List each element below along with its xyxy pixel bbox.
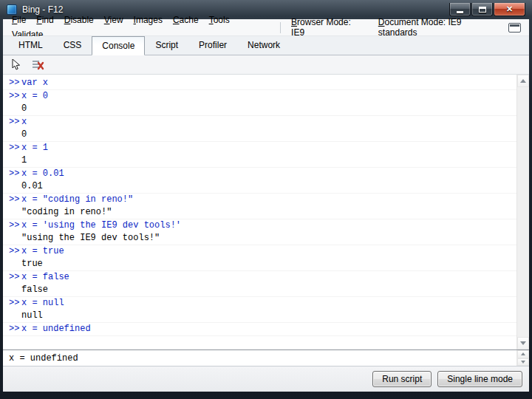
console-prompt: >> (9, 194, 21, 206)
console-result: 0 (3, 129, 516, 141)
console-entry: >>var x (3, 77, 516, 90)
console-command-row: >>x = 1 (3, 142, 516, 154)
console-footer: Run script Single line mode (3, 366, 529, 392)
input-history-spinner (516, 350, 529, 366)
run-script-button[interactable]: Run script (372, 371, 432, 387)
console-command-row: >>var x (3, 77, 516, 89)
console-prompt: >> (9, 323, 21, 335)
maximize-icon (479, 7, 486, 13)
console-result: 0.01 (3, 180, 516, 193)
console-command: x = "coding in reno!" (21, 194, 133, 205)
console-command-row: >>x = 'using the IE9 dev tools!' (3, 219, 516, 232)
console-prompt: >> (9, 245, 21, 258)
console-prompt: >> (9, 168, 21, 180)
menu-bar: FileFindDisableViewImagesCacheToolsValid… (3, 19, 529, 36)
menu-item-tools[interactable]: Tools (204, 13, 235, 27)
console-command-row: >>x = 0.01 (3, 168, 516, 180)
clear-console-icon[interactable] (32, 58, 45, 72)
menu-item-file[interactable]: File (7, 13, 31, 27)
menu-item-images[interactable]: Images (129, 13, 168, 27)
console-command: x = 0 (21, 91, 48, 101)
scroll-down-button[interactable] (517, 337, 529, 349)
console-prompt: >> (9, 219, 21, 232)
console-toolbar (3, 55, 529, 75)
console-entry: >>x = truetrue (3, 245, 516, 271)
scroll-up-icon (520, 79, 526, 83)
console-command-row: >>x = null (3, 297, 516, 310)
console-area: >>var x>>x = 00>>x0>>x = 11>>x = 0.010.0… (3, 75, 529, 349)
console-command: var x (21, 78, 48, 88)
console-command: x = 'using the IE9 dev tools!' (21, 220, 181, 231)
console-prompt: >> (9, 142, 21, 154)
console-entry: >>x0 (3, 116, 516, 142)
tab-console[interactable]: Console (92, 36, 145, 55)
console-prompt: >> (9, 90, 21, 103)
menu-item-cache[interactable]: Cache (168, 13, 204, 27)
console-prompt: >> (9, 77, 21, 89)
console-command: x = undefined (21, 324, 91, 334)
unpin-window-icon[interactable] (508, 23, 521, 33)
console-input-row (3, 349, 529, 366)
console-command: x = false (21, 272, 69, 282)
menu-item-view[interactable]: View (99, 13, 129, 27)
console-entry: >>x = "coding in reno!""coding in reno!" (3, 194, 516, 219)
console-result: "coding in reno!" (3, 206, 516, 219)
f12-tools-window: FileFindDisableViewImagesCacheToolsValid… (3, 19, 529, 392)
console-command-row: >>x = 0 (3, 90, 516, 103)
tab-profiler[interactable]: Profiler (188, 35, 237, 55)
console-entry: >>x = 11 (3, 142, 516, 168)
minimize-icon (457, 11, 463, 13)
single-line-mode-button[interactable]: Single line mode (437, 371, 522, 387)
console-command: x = 1 (21, 143, 48, 153)
console-prompt: >> (9, 271, 21, 284)
console-command-row: >>x (3, 116, 516, 129)
menu-item-disable[interactable]: Disable (59, 13, 99, 27)
console-command: x = true (21, 246, 64, 256)
console-input[interactable] (3, 350, 516, 366)
console-prompt: >> (9, 297, 21, 310)
console-result: false (3, 284, 516, 296)
console-result: true (3, 258, 516, 270)
console-entry: >>x = undefined (3, 323, 516, 336)
tab-css[interactable]: CSS (53, 35, 92, 55)
console-result: "using the IE9 dev tools!" (3, 232, 516, 245)
console-command-row: >>x = false (3, 271, 516, 284)
scroll-down-icon (520, 341, 526, 345)
console-entry: >>x = 00 (3, 90, 516, 116)
console-command: x = null (21, 298, 64, 308)
tab-script[interactable]: Script (145, 35, 188, 55)
input-scroll-up-button[interactable] (517, 350, 529, 358)
console-entry: >>x = nullnull (3, 297, 516, 323)
console-command: x = 0.01 (21, 168, 64, 179)
console-command: x (21, 117, 27, 127)
console-result: 1 (3, 154, 516, 167)
tab-html[interactable]: HTML (8, 35, 53, 55)
console-command-row: >>x = undefined (3, 323, 516, 335)
input-scroll-down-button[interactable] (517, 358, 529, 366)
menu-item-find[interactable]: Find (31, 13, 58, 27)
console-command-row: >>x = true (3, 245, 516, 258)
console-result: 0 (3, 103, 516, 115)
tab-network[interactable]: Network (237, 35, 290, 55)
console-result: null (3, 310, 516, 322)
console-command-row: >>x = "coding in reno!" (3, 194, 516, 206)
console-entry: >>x = 'using the IE9 dev tools!'"using t… (3, 219, 516, 245)
input-scroll-up-icon (521, 352, 525, 355)
console-scrollbar[interactable] (516, 75, 529, 349)
console-prompt: >> (9, 116, 21, 129)
console-entry: >>x = 0.010.01 (3, 168, 516, 194)
console-entry: >>x = falsefalse (3, 271, 516, 297)
console-output: >>var x>>x = 00>>x0>>x = 11>>x = 0.010.0… (3, 75, 516, 349)
scroll-up-button[interactable] (517, 75, 529, 87)
tab-bar-items: HTMLCSSConsoleScriptProfilerNetwork (3, 36, 529, 55)
select-element-icon[interactable] (10, 58, 23, 72)
input-scroll-down-icon (521, 361, 525, 364)
menu-divider (280, 22, 281, 33)
